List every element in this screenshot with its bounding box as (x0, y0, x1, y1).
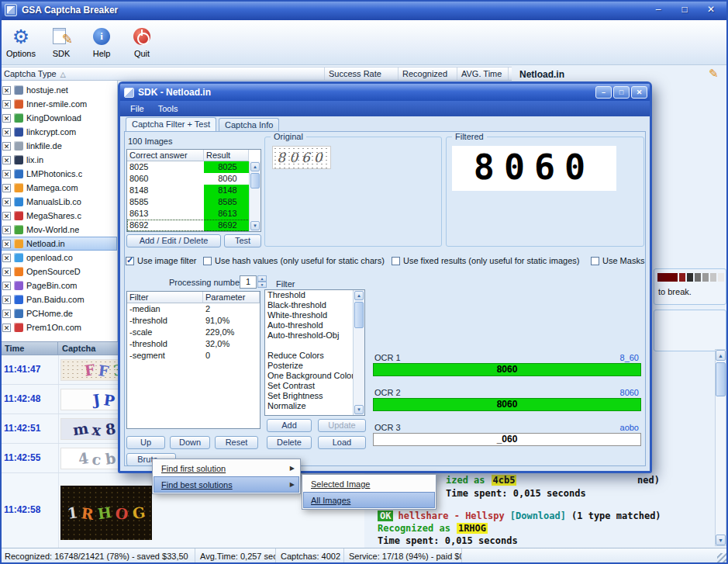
test-button[interactable]: Test (224, 234, 261, 247)
site-checkbox[interactable]: ✕ (2, 198, 11, 206)
filter-option[interactable]: Threshold (265, 290, 364, 300)
filter-option[interactable]: Black-threshold (265, 300, 364, 310)
site-checkbox[interactable]: ✕ (2, 184, 11, 192)
resize-grip[interactable] (717, 553, 727, 563)
site-checkbox[interactable]: ✕ (2, 170, 11, 178)
site-item-mamega[interactable]: ✕Mamega.com (0, 181, 117, 195)
site-item-opensource[interactable]: ✕OpenSourceD (0, 265, 117, 279)
site-item-linkfile[interactable]: ✕linkfile.de (0, 139, 117, 153)
sdk-button[interactable]: ✎ SDK (43, 22, 79, 61)
site-checkbox[interactable]: ✕ (2, 226, 11, 234)
site-checkbox[interactable]: ✕ (2, 254, 11, 262)
site-item-megashares[interactable]: ✕MegaShares.c (0, 209, 117, 223)
filter-option[interactable]: Auto-threshold-Obj (265, 330, 364, 341)
answer-row[interactable]: 86138613 (127, 208, 260, 220)
site-item-kingdownload[interactable]: ✕KingDownload (0, 111, 117, 125)
filter-option[interactable]: One Background Color (265, 371, 364, 381)
tab-captcha-filter-test[interactable]: Captcha Filter + Test (126, 117, 216, 131)
site-item-linkcrypt[interactable]: ✕linkcrypt.com (0, 125, 117, 139)
dialog-minimize-icon[interactable]: – (595, 86, 612, 99)
history-col-time[interactable]: Time (0, 342, 58, 355)
menu-find-best-solutions[interactable]: Find best solutions ▶ (154, 476, 299, 493)
menu-file[interactable]: File (123, 102, 151, 116)
scrollbar-thumb[interactable] (716, 362, 726, 396)
processing-number-input[interactable]: 1 (240, 275, 257, 289)
column-captcha-type[interactable]: Captcha Type△ (0, 67, 325, 80)
scroll-up-icon[interactable]: ▲ (250, 162, 260, 171)
site-checkbox[interactable]: ✕ (2, 212, 11, 220)
site-checkbox[interactable]: ✕ (2, 100, 11, 109)
menu-find-first-solution[interactable]: Find first solution ▶ (154, 460, 299, 476)
param-row[interactable]: -scale229,0% (127, 327, 260, 338)
scroll-up-icon[interactable]: ▲ (354, 291, 364, 300)
help-button[interactable]: i Help (84, 22, 119, 61)
site-item-lix[interactable]: ✕lix.in (0, 153, 117, 167)
filter-option[interactable]: Set Contrast (265, 381, 364, 391)
filter-option[interactable]: Set Brightness (265, 391, 364, 401)
close-button-icon[interactable]: ✕ (702, 3, 720, 17)
column-success-rate[interactable]: Success Rate (325, 67, 399, 80)
add-edit-delete-button[interactable]: Add / Edit / Delete (126, 234, 221, 247)
answer-row[interactable]: 80608060 (127, 173, 260, 185)
menu-all-images[interactable]: All Images (303, 492, 435, 508)
answer-row[interactable]: 85858585 (127, 196, 260, 208)
param-row[interactable]: -threshold91,0% (127, 315, 260, 327)
menu-selected-image[interactable]: Selected Image (303, 476, 435, 492)
answer-row[interactable]: 80258025 (127, 161, 260, 173)
use-fixed-results-checkbox[interactable]: Use fixed results (only useful for stati… (392, 256, 579, 265)
quit-button[interactable]: Quit (124, 22, 160, 61)
up-button[interactable]: Up (126, 436, 165, 449)
site-checkbox[interactable]: ✕ (2, 156, 11, 164)
site-item-openload[interactable]: ✕openload.co (0, 251, 117, 265)
site-checkbox[interactable]: ✕ (2, 310, 11, 318)
site-item-hostuje[interactable]: ✕hostuje.net (0, 83, 117, 97)
processing-number-stepper[interactable]: ▲ ▼ (257, 275, 267, 289)
spin-down-icon[interactable]: ▼ (257, 282, 267, 288)
ocr3-link[interactable]: aobo (620, 423, 639, 432)
down-button[interactable]: Down (170, 436, 210, 449)
site-checkbox[interactable]: ✕ (2, 324, 11, 332)
site-checkbox[interactable]: ✕ (2, 296, 11, 304)
spin-up-icon[interactable]: ▲ (257, 275, 267, 282)
tab-captcha-info[interactable]: Captcha Info (219, 118, 279, 131)
answer-row[interactable]: 81488148 (127, 185, 260, 196)
filter-option[interactable]: White-threshold (265, 310, 364, 320)
filter-option[interactable]: Posterize (265, 361, 364, 371)
filter-option[interactable]: Normalize (265, 401, 364, 411)
scroll-up-icon[interactable]: ▲ (716, 350, 726, 361)
filter-list-scrollbar[interactable]: ▲ ▼ (353, 290, 364, 415)
scroll-down-icon[interactable]: ▼ (354, 405, 364, 414)
filter-option[interactable] (265, 341, 364, 351)
site-checkbox[interactable]: ✕ (2, 282, 11, 290)
site-item-manualslib[interactable]: ✕ManualsLib.co (0, 195, 117, 209)
site-checkbox[interactable]: ✕ (2, 142, 11, 151)
site-checkbox[interactable]: ✕ (2, 240, 11, 248)
site-item-lmphotonics[interactable]: ✕LMPhotonics.c (0, 167, 117, 181)
site-item-inner-smile[interactable]: ✕Inner-smile.com (0, 97, 117, 111)
ocr2-link[interactable]: 8060 (620, 388, 639, 397)
params-col-parameter[interactable]: Parameter (203, 292, 260, 303)
load-button[interactable]: Load (318, 436, 366, 449)
filter-option[interactable]: Reduce Colors (265, 351, 364, 361)
param-row[interactable]: -threshold32,0% (127, 338, 260, 350)
maximize-button-icon[interactable]: □ (675, 3, 694, 17)
column-avg-time[interactable]: AVG. Time (457, 67, 509, 80)
scrollbar-thumb[interactable] (354, 302, 364, 328)
scroll-down-icon[interactable]: ▼ (716, 535, 726, 545)
menu-tools[interactable]: Tools (151, 102, 185, 116)
reset-button[interactable]: Reset (215, 436, 258, 449)
answers-col-result[interactable]: Result (204, 150, 249, 161)
site-checkbox[interactable]: ✕ (2, 86, 11, 95)
site-item-mov-world[interactable]: ✕Mov-World.ne (0, 223, 117, 237)
log-scrollbar[interactable]: ▲ ▼ (715, 349, 726, 546)
ocr1-link[interactable]: 8_60 (620, 353, 639, 362)
site-checkbox[interactable]: ✕ (2, 114, 11, 123)
site-item-pchome[interactable]: ✕PCHome.de (0, 306, 117, 320)
options-button[interactable]: ⚙ Options (3, 22, 39, 61)
delete-filter-button[interactable]: Delete (267, 436, 312, 449)
history-col-captcha[interactable]: Captcha (58, 342, 95, 355)
site-checkbox[interactable]: ✕ (2, 268, 11, 276)
update-filter-button[interactable]: Update (318, 419, 366, 432)
site-item-prem1on[interactable]: ✕Prem1On.com (0, 320, 117, 334)
use-hash-values-checkbox[interactable]: Use hash values (only useful for static … (203, 256, 385, 265)
